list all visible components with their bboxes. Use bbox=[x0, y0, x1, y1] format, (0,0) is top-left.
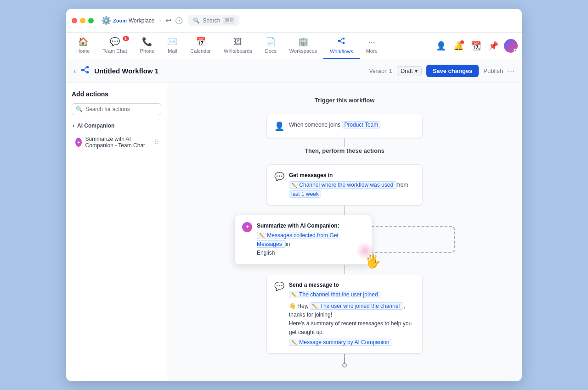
team-chat-icon: 💬 bbox=[110, 37, 120, 47]
nav-more[interactable]: ··· More bbox=[360, 33, 384, 59]
workspaces-icon: 🏢 bbox=[298, 37, 308, 47]
chevron-left-icon: ‹ bbox=[73, 123, 74, 129]
canvas: Trigger this workflow 👤 When someone joi… bbox=[167, 83, 522, 381]
pencil-icon-2: ✏️ bbox=[259, 233, 265, 238]
product-team-tag[interactable]: Product Team bbox=[342, 121, 380, 128]
close-button[interactable] bbox=[72, 18, 77, 23]
save-changes-button[interactable]: Save changes bbox=[426, 65, 479, 77]
svg-rect-2 bbox=[343, 42, 345, 44]
get-messages-row: 💬 Get messages in ✏️ Channel where the w… bbox=[274, 171, 415, 199]
window-controls bbox=[72, 18, 94, 23]
back-icon[interactable]: ↩ bbox=[165, 16, 171, 25]
nav-phone[interactable]: 📞 Phone bbox=[134, 33, 161, 59]
workflow-title: Untitled Workflow 1 bbox=[94, 67, 158, 75]
user-tag[interactable]: ✏️ The user who joined the channel bbox=[310, 302, 403, 310]
notifications-button[interactable]: 🔔 bbox=[451, 39, 466, 53]
drag-handle-icon[interactable]: ⠿ bbox=[154, 139, 158, 145]
workflow-more-button[interactable]: ··· bbox=[508, 66, 514, 76]
nav-docs[interactable]: 📄 Docs bbox=[259, 33, 283, 59]
drop-zone[interactable] bbox=[363, 226, 455, 253]
trigger-card-row: 👤 When someone joins Product Team bbox=[274, 121, 415, 131]
send-card-row: 💬 Send a message to ✏️ The channel that … bbox=[274, 281, 415, 347]
maximize-button[interactable] bbox=[88, 18, 94, 23]
svg-rect-6 bbox=[86, 66, 89, 68]
nav-calendar-label: Calendar bbox=[190, 48, 211, 54]
messages-tag[interactable]: ✏️ Messages collected from Get Messages bbox=[257, 232, 339, 248]
nav-team-chat[interactable]: 💬 Team Chat 1 bbox=[96, 33, 133, 59]
send-title: Send a message to bbox=[289, 281, 415, 290]
workflow-icon bbox=[80, 65, 90, 77]
actions-label: Then, perform these actions bbox=[305, 147, 384, 154]
search-bar[interactable]: 🔍 Search ⌘F bbox=[188, 15, 239, 26]
search-label: Search bbox=[203, 17, 220, 24]
send-channel-tag[interactable]: ✏️ The channel that the user joined bbox=[289, 291, 380, 298]
pencil-icon-5: ✏️ bbox=[291, 340, 297, 345]
sidebar-item-summarize[interactable]: ✦ Summarize with AI Companion - Team Cha… bbox=[72, 133, 161, 152]
messages-label: Messages collected from Get Messages bbox=[257, 232, 339, 247]
workflow-draft-selector[interactable]: Draft ▾ bbox=[397, 66, 422, 76]
channel-label: Channel where the workflow was used bbox=[299, 182, 393, 188]
send-message-card: 💬 Send a message to ✏️ The channel that … bbox=[266, 274, 423, 354]
end-connector bbox=[344, 354, 345, 363]
history-icon[interactable]: 🕐 bbox=[175, 17, 183, 24]
brand-label: Zoom bbox=[113, 18, 127, 23]
nav-more-label: More bbox=[366, 48, 378, 54]
summary-text: Here's a summary of recent messages to h… bbox=[289, 320, 412, 335]
publish-button[interactable]: Publish bbox=[483, 67, 503, 74]
svg-line-8 bbox=[84, 67, 86, 70]
get-messages-content: Get messages in ✏️ Channel where the wor… bbox=[289, 171, 415, 199]
ai-card-title: Summarize with AI Companion: bbox=[257, 222, 364, 230]
notification-dot bbox=[460, 40, 464, 44]
search-actions-icon: 🔍 bbox=[76, 106, 83, 112]
workflows-icon bbox=[337, 37, 345, 47]
time-tag[interactable]: last 1 week bbox=[289, 190, 321, 198]
nav-calendar[interactable]: 📅 Calendar bbox=[184, 33, 217, 59]
mail-icon: ✉️ bbox=[167, 37, 177, 47]
nav-mail-label: Mail bbox=[168, 48, 177, 54]
nav-workspaces[interactable]: 🏢 Workspaces bbox=[283, 33, 323, 59]
ai-companion-section-header[interactable]: ‹ AI Companion bbox=[72, 121, 161, 131]
send-card-content: Send a message to ✏️ The channel that th… bbox=[289, 281, 415, 347]
ai-companion-icon: ✦ bbox=[75, 138, 82, 147]
avatar-button[interactable] bbox=[503, 39, 518, 53]
trigger-label: Trigger this workflow bbox=[315, 97, 375, 104]
workflow-header: ‹ Untitled Workflow 1 Version 1 Draft ▾ … bbox=[66, 59, 522, 83]
ai-icon: ✦ bbox=[242, 222, 252, 232]
trigger-text: When someone joins bbox=[289, 122, 340, 128]
nav-team-chat-label: Team Chat bbox=[102, 48, 127, 54]
nav-whiteboards[interactable]: 🖼 Whiteboards bbox=[217, 33, 259, 59]
search-actions-input[interactable] bbox=[85, 106, 157, 112]
trigger-card: 👤 When someone joins Product Team bbox=[266, 114, 423, 138]
product-label: Workplace bbox=[129, 17, 154, 24]
phone-icon: 📞 bbox=[142, 37, 152, 47]
nav-docs-label: Docs bbox=[265, 48, 277, 54]
ai-companion-label: AI Companion bbox=[77, 123, 114, 129]
minimize-button[interactable] bbox=[80, 18, 85, 23]
breadcrumb-arrow: › bbox=[159, 17, 161, 24]
app-window: ⚙️ Zoom Workplace › ↩ 🕐 🔍 Search ⌘F 🏠 Ho… bbox=[66, 9, 522, 381]
search-actions-bar[interactable]: 🔍 bbox=[72, 103, 161, 115]
summarize-label: Summarize with AI Companion - Team Chat bbox=[85, 136, 158, 149]
nav-mail[interactable]: ✉️ Mail bbox=[161, 33, 184, 59]
nav-home-label: Home bbox=[76, 48, 90, 54]
pencil-icon-3: ✏️ bbox=[291, 292, 297, 297]
search-icon: 🔍 bbox=[193, 17, 200, 24]
nav-home[interactable]: 🏠 Home bbox=[70, 33, 96, 59]
whiteboards-icon: 🖼 bbox=[234, 37, 242, 47]
channel-tag[interactable]: ✏️ Channel where the workflow was used bbox=[289, 181, 397, 189]
contacts-button[interactable]: 👤 bbox=[434, 39, 448, 53]
workflow-back-button[interactable]: ‹ bbox=[74, 67, 76, 75]
home-icon: 🏠 bbox=[78, 37, 88, 47]
pin-button[interactable]: 📌 bbox=[486, 39, 501, 53]
svg-rect-1 bbox=[343, 38, 345, 39]
calendar-mini-button[interactable]: 📆 bbox=[469, 39, 483, 53]
ai-summary-tag[interactable]: ✏️ Message summary by AI Companion bbox=[289, 339, 391, 346]
draft-chevron-icon: ▾ bbox=[415, 68, 418, 74]
nav-workflows-label: Workflows bbox=[330, 49, 353, 54]
nav-whiteboards-label: Whiteboards bbox=[224, 48, 252, 54]
sidebar-title: Add actions bbox=[72, 90, 161, 98]
main-content: Add actions 🔍 ‹ AI Companion ✦ Summarize… bbox=[66, 83, 522, 381]
sidebar-section-ai: ‹ AI Companion ✦ Summarize with AI Compa… bbox=[72, 121, 161, 152]
from-text: from bbox=[397, 182, 408, 188]
nav-workflows[interactable]: Workflows bbox=[323, 33, 360, 59]
